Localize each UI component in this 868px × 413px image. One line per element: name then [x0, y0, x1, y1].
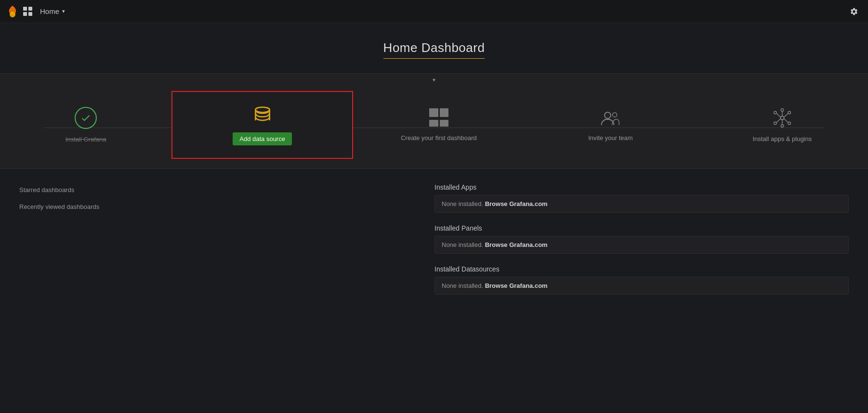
nav-left: Home ▾ [6, 5, 65, 18]
top-nav: Home ▾ [0, 0, 868, 23]
installed-datasources-title: Installed Datasources [434, 265, 849, 273]
install-grafana-label: Install Grafana [66, 136, 106, 143]
add-data-source-button[interactable]: Add data source [233, 132, 292, 145]
svg-point-6 [788, 111, 791, 114]
svg-point-1 [255, 107, 269, 113]
installed-apps-browse-link[interactable]: Browse Grafana.com [485, 200, 548, 207]
svg-point-2 [605, 112, 611, 118]
page-title: Home Dashboard [383, 40, 485, 59]
gear-icon [850, 7, 858, 16]
check-circle-icon [75, 107, 97, 129]
svg-point-4 [780, 116, 784, 119]
left-panel: Starred dashboards Recently viewed dashb… [19, 183, 434, 306]
right-panel: Installed Apps None installed. Browse Gr… [434, 183, 868, 306]
svg-line-13 [776, 114, 780, 117]
starred-dashboards-section[interactable]: Starred dashboards [19, 183, 415, 196]
installed-apps-section: Installed Apps None installed. Browse Gr… [434, 183, 849, 213]
svg-point-8 [788, 122, 791, 125]
installed-datasources-section: Installed Datasources None installed. Br… [434, 265, 849, 295]
step-invite-team[interactable]: Invite your team [525, 101, 696, 149]
installed-panels-item: None installed. Browse Grafana.com [434, 236, 849, 254]
page-title-area: Home Dashboard [0, 23, 868, 73]
svg-line-15 [776, 119, 780, 122]
steps-dropdown-arrow-icon: ▾ [433, 77, 435, 83]
nav-right [846, 3, 862, 20]
step-create-dashboard[interactable]: Create your first dashboard [353, 101, 525, 149]
home-nav-button[interactable]: Home ▾ [40, 7, 65, 15]
team-icon [600, 108, 621, 128]
installed-datasources-none-text: None installed. [442, 282, 483, 289]
svg-point-3 [613, 113, 617, 117]
installed-panels-title: Installed Panels [434, 224, 849, 232]
svg-point-9 [781, 109, 784, 112]
dashboard-grid-icon [429, 108, 448, 128]
steps-dropdown[interactable]: ▾ [0, 74, 868, 86]
installed-apps-none-text: None installed. [442, 200, 483, 207]
svg-line-14 [784, 114, 788, 117]
grafana-logo-icon [6, 5, 19, 18]
installed-apps-item: None installed. Browse Grafana.com [434, 195, 849, 213]
checkmark-icon [80, 113, 91, 123]
database-icon [252, 104, 273, 126]
app-switcher-icon[interactable] [23, 7, 32, 16]
plugins-icon [772, 107, 793, 129]
installed-panels-section: Installed Panels None installed. Browse … [434, 224, 849, 254]
main-content: Home Dashboard ▾ Install Grafana [0, 23, 868, 413]
svg-point-5 [774, 111, 776, 114]
svg-line-16 [784, 119, 788, 122]
installed-panels-none-text: None installed. [442, 241, 483, 248]
installed-datasources-browse-link[interactable]: Browse Grafana.com [485, 282, 548, 289]
step-install-plugins[interactable]: Install apps & plugins [697, 100, 868, 150]
create-dashboard-label: Create your first dashboard [401, 134, 477, 142]
steps-row: Install Grafana Add data source [0, 86, 868, 168]
home-nav-label: Home [40, 7, 59, 15]
install-plugins-label: Install apps & plugins [752, 135, 812, 142]
lower-content: Starred dashboards Recently viewed dashb… [0, 169, 868, 321]
step-add-datasource[interactable]: Add data source [171, 91, 353, 159]
home-nav-chevron-icon: ▾ [62, 8, 65, 14]
installed-datasources-item: None installed. Browse Grafana.com [434, 277, 849, 295]
installed-panels-browse-link[interactable]: Browse Grafana.com [485, 241, 548, 248]
invite-team-label: Invite your team [588, 134, 633, 142]
svg-point-7 [774, 122, 776, 125]
recently-viewed-section[interactable]: Recently viewed dashboards [19, 200, 415, 213]
settings-button[interactable] [846, 3, 862, 20]
installed-apps-title: Installed Apps [434, 183, 849, 191]
steps-section: ▾ Install Grafana [0, 73, 868, 169]
svg-point-10 [781, 125, 784, 128]
step-install-grafana[interactable]: Install Grafana [0, 99, 171, 151]
